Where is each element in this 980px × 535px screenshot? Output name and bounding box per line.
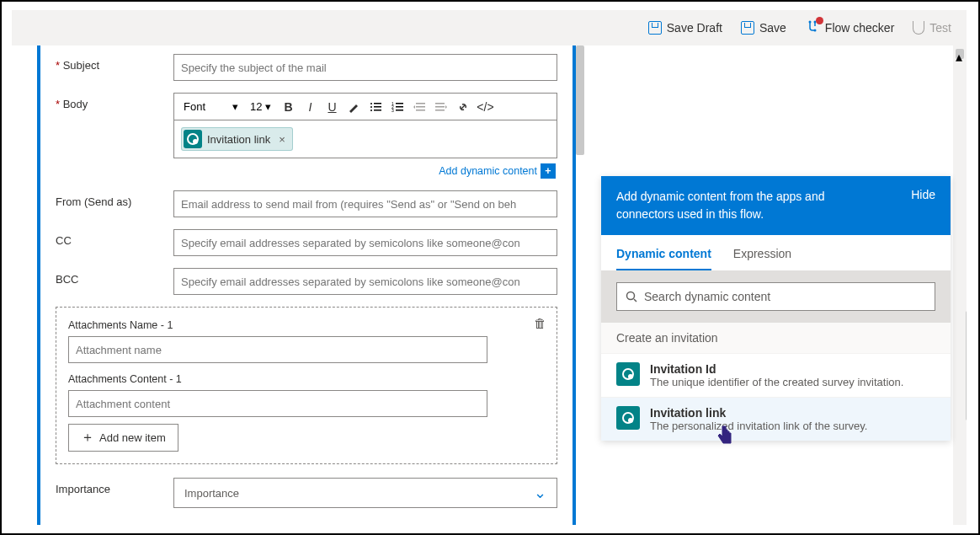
save-button[interactable]: Save	[741, 21, 786, 35]
from-input[interactable]	[173, 190, 557, 217]
bold-button[interactable]: B	[279, 98, 297, 116]
svg-rect-17	[416, 110, 425, 111]
dynamic-item-desc: The unique identifier of the created sur…	[650, 376, 903, 388]
customer-voice-icon	[184, 130, 202, 148]
save-label: Save	[759, 21, 786, 35]
app-inner: Save Draft Save Flow checker Test ▴	[12, 10, 967, 525]
svg-point-2	[813, 29, 816, 32]
flow-checker-icon	[805, 20, 820, 35]
importance-label: Importance	[56, 478, 173, 495]
underline-button[interactable]: U	[322, 98, 341, 116]
svg-rect-10	[396, 103, 403, 104]
search-placeholder: Search dynamic content	[644, 290, 770, 303]
save-draft-label: Save Draft	[667, 21, 722, 35]
attachment-name-input[interactable]	[68, 336, 487, 363]
cc-input[interactable]	[173, 229, 557, 256]
tab-dynamic-content[interactable]: Dynamic content	[616, 247, 711, 270]
svg-rect-20	[435, 110, 445, 111]
from-label: From (Send as)	[56, 190, 173, 208]
svg-point-21	[627, 292, 635, 300]
add-dynamic-content-link[interactable]: Add dynamic content	[439, 165, 537, 177]
svg-rect-18	[435, 103, 445, 104]
page-scrollbar[interactable]: ▴	[953, 45, 967, 525]
font-size-label: 12	[250, 100, 262, 113]
save-icon	[741, 21, 754, 35]
bcc-row: BCC	[56, 268, 557, 295]
dynamic-item-desc: The personalized invitation link of the …	[650, 420, 867, 432]
dynamic-panel-header-text: Add dynamic content from the apps and co…	[616, 188, 877, 223]
plus-icon: ＋	[81, 429, 94, 447]
body-label: Body	[56, 93, 173, 110]
customer-voice-icon	[616, 362, 640, 386]
svg-point-5	[370, 106, 372, 108]
cc-label: CC	[56, 229, 173, 247]
chevron-down-icon: ▾	[209, 100, 238, 113]
link-button[interactable]	[454, 98, 472, 116]
scrollbar-arrow-up[interactable]: ▴	[956, 49, 964, 59]
svg-rect-15	[416, 103, 425, 104]
attachment-content-label: Attachments Content - 1	[68, 373, 545, 385]
dynamic-panel-tabs: Dynamic content Expression	[601, 235, 951, 270]
body-row: Body Font ▾ 12 ▾ B I	[56, 93, 557, 158]
test-button[interactable]: Test	[913, 21, 951, 35]
search-icon	[626, 291, 637, 302]
svg-point-0	[808, 21, 811, 24]
cc-row: CC	[56, 229, 557, 256]
dynamic-search-input[interactable]: Search dynamic content	[616, 282, 935, 311]
dynamic-panel-scrollbar[interactable]	[966, 311, 967, 420]
svg-rect-6	[374, 106, 381, 108]
dynamic-content-panel: Add dynamic content from the apps and co…	[601, 176, 951, 441]
svg-rect-19	[435, 106, 445, 108]
hide-panel-link[interactable]: Hide	[911, 188, 935, 201]
outdent-button[interactable]	[410, 98, 429, 116]
dynamic-item-text: Invitation Id The unique identifier of t…	[650, 362, 903, 388]
bcc-input[interactable]	[173, 268, 557, 295]
color-picker-button[interactable]	[344, 98, 363, 116]
delete-attachment-icon[interactable]: 🗑	[534, 316, 546, 330]
subject-input[interactable]	[173, 54, 557, 81]
importance-value: Importance	[184, 487, 239, 500]
chevron-down-icon: ▾	[265, 100, 271, 113]
token-remove-icon[interactable]: ×	[279, 133, 285, 146]
attachment-name-label: Attachments Name - 1	[68, 319, 545, 331]
body-content[interactable]: Invitation link ×	[174, 120, 557, 158]
dynamic-item-title: Invitation link	[650, 406, 867, 420]
svg-text:3: 3	[391, 108, 394, 113]
svg-rect-14	[396, 110, 403, 111]
add-dynamic-content-button[interactable]: +	[541, 163, 556, 179]
numbered-list-button[interactable]: 123	[388, 98, 407, 116]
font-picker-label: Font	[184, 100, 205, 113]
mouse-cursor-icon	[716, 425, 734, 447]
main-scroll-area: ▴ Subject Body Font ▾	[12, 45, 967, 525]
font-size-picker[interactable]: 12 ▾	[246, 98, 275, 115]
subject-row: Subject	[56, 54, 557, 81]
add-new-item-button[interactable]: ＋ Add new item	[68, 424, 178, 452]
italic-button[interactable]: I	[301, 98, 319, 116]
dynamic-search-bar: Search dynamic content	[601, 270, 951, 323]
font-picker[interactable]: Font ▾	[179, 98, 242, 115]
dynamic-panel-header: Add dynamic content from the apps and co…	[601, 176, 951, 235]
bcc-label: BCC	[56, 268, 173, 286]
add-new-item-label: Add new item	[99, 431, 166, 444]
tab-expression[interactable]: Expression	[733, 247, 791, 270]
indent-button[interactable]	[432, 98, 450, 116]
hide-advanced-link[interactable]: Hide advanced options ⌃	[56, 520, 557, 525]
dynamic-item-invitation-link[interactable]: Invitation link The personalized invitat…	[601, 397, 951, 441]
add-dynamic-content-row: Add dynamic content +	[56, 160, 557, 179]
importance-select[interactable]: Importance ⌄	[173, 478, 557, 508]
subject-label: Subject	[56, 54, 173, 72]
dynamic-token-invitation-link[interactable]: Invitation link ×	[181, 127, 293, 151]
importance-row: Importance Importance ⌄	[56, 478, 557, 508]
svg-point-3	[370, 103, 372, 104]
svg-line-22	[634, 299, 636, 302]
save-draft-button[interactable]: Save Draft	[648, 21, 722, 35]
attachment-content-input[interactable]	[68, 390, 487, 417]
code-view-button[interactable]: </>	[476, 98, 494, 116]
bulleted-list-button[interactable]	[366, 98, 385, 116]
flow-action-card: Subject Body Font ▾ 12	[37, 45, 576, 525]
flow-checker-button[interactable]: Flow checker	[805, 20, 894, 35]
dynamic-item-invitation-id[interactable]: Invitation Id The unique identifier of t…	[601, 353, 951, 397]
top-toolbar: Save Draft Save Flow checker Test	[12, 10, 967, 45]
svg-rect-8	[374, 110, 381, 111]
flow-checker-alert-dot	[816, 17, 823, 24]
